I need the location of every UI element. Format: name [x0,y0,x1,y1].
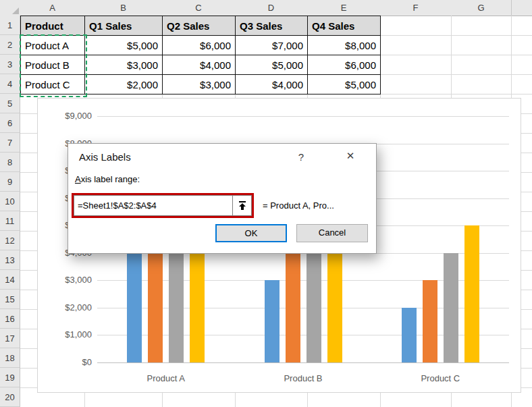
cell[interactable]: $4,000 [163,55,236,75]
row-header-14[interactable]: 14 [0,270,20,290]
x-axis-label: Product A [119,373,213,383]
row-header-19[interactable]: 19 [0,368,20,387]
y-axis-label: $9,000 [42,111,92,121]
axis-labels-dialog: Axis Labels ? ✕ Axis label range: = Prod… [68,143,377,254]
row-header-16[interactable]: 16 [0,309,20,329]
cell[interactable]: Product C [21,75,85,94]
row-header-1[interactable]: 1 [0,16,20,35]
collapse-dialog-button[interactable] [232,195,252,216]
ok-button[interactable]: OK [215,224,287,242]
x-axis-label: Product C [393,373,487,383]
cell[interactable]: Q1 Sales [85,16,163,36]
row-header-10[interactable]: 10 [0,192,20,211]
row-header-20[interactable]: 20 [0,387,20,407]
cancel-button[interactable]: Cancel [296,224,368,242]
row-header-3[interactable]: 3 [0,55,20,74]
row-header-9[interactable]: 9 [0,172,20,192]
cell[interactable]: $6,000 [163,36,236,55]
row-header-7[interactable]: 7 [0,133,20,153]
column-header-G[interactable]: G [451,0,512,16]
cell[interactable]: $3,000 [163,75,236,94]
column-header-D[interactable]: D [235,0,308,16]
x-axis-label: Product B [256,373,350,383]
y-axis-label: $3,000 [42,275,92,285]
y-axis-label: $0 [42,357,92,367]
cell[interactable]: Q2 Sales [163,16,236,36]
table-row: Product B$3,000$4,000$5,000$6,000 [21,55,381,75]
table-row: Product C$2,000$3,000$4,000$5,000 [21,75,381,94]
dialog-title: Axis Labels [79,151,131,163]
cell[interactable]: Q4 Sales [308,16,381,36]
row-header-6[interactable]: 6 [0,113,20,133]
cell[interactable]: $4,000 [236,75,308,94]
cell[interactable]: Product B [21,55,85,75]
range-preview-text: = Product A, Pro... [263,200,334,211]
row-header-5[interactable]: 5 [0,94,20,113]
collapse-arrow-icon [238,201,246,211]
column-header-B[interactable]: B [84,0,163,16]
bar-q3-sales-product-c[interactable] [444,253,458,362]
cell[interactable]: Product A [21,36,85,55]
row-header-13[interactable]: 13 [0,250,20,270]
column-header-A[interactable]: A [20,0,85,16]
help-button[interactable]: ? [291,149,311,165]
column-header-E[interactable]: E [307,0,381,16]
bar-q1-sales-product-c[interactable] [402,308,417,362]
y-axis-label: $1,000 [42,329,92,340]
row-header-4[interactable]: 4 [0,74,20,94]
row-header-18[interactable]: 18 [0,348,20,368]
column-header-F[interactable]: F [380,0,452,16]
select-all-button[interactable] [0,0,21,16]
row-header-11[interactable]: 11 [0,211,20,231]
cell[interactable]: $7,000 [236,36,308,55]
sales-data-table: ProductQ1 SalesQ2 SalesQ3 SalesQ4 SalesP… [20,16,381,94]
cell[interactable]: $6,000 [308,55,381,75]
cell[interactable]: Product [21,16,85,36]
bar-q1-sales-product-b[interactable] [265,280,280,362]
row-header-17[interactable]: 17 [0,329,20,348]
bar-q4-sales-product-c[interactable] [464,225,479,362]
cell[interactable]: $2,000 [85,75,163,94]
table-header-row: ProductQ1 SalesQ2 SalesQ3 SalesQ4 Sales [21,16,381,36]
bar-q2-sales-product-b[interactable] [286,253,300,362]
close-icon[interactable]: ✕ [336,146,365,165]
cell[interactable]: $5,000 [236,55,308,75]
row-header-12[interactable]: 12 [0,231,20,250]
x-axis-line [97,362,509,363]
row-header-8[interactable]: 8 [0,153,20,172]
cell[interactable]: Q3 Sales [236,16,308,36]
axis-label-range-label: Axis label range: [75,174,140,184]
row-header-15[interactable]: 15 [0,290,20,309]
row-header-2[interactable]: 2 [0,35,20,55]
excel-worksheet: ABCDEFG 1234567891011121314151617181920 … [0,0,532,407]
axis-label-range-input[interactable] [74,195,232,216]
cell[interactable]: $8,000 [308,36,381,55]
range-input-highlight [72,193,254,218]
bar-q2-sales-product-c[interactable] [423,280,437,362]
chart-gridline [97,116,509,117]
cell[interactable]: $3,000 [85,55,163,75]
cell[interactable]: $5,000 [85,36,163,55]
y-axis-label: $2,000 [42,302,92,313]
cell[interactable]: $5,000 [308,75,381,94]
table-row: Product A$5,000$6,000$7,000$8,000 [21,36,381,55]
column-header-C[interactable]: C [162,0,236,16]
